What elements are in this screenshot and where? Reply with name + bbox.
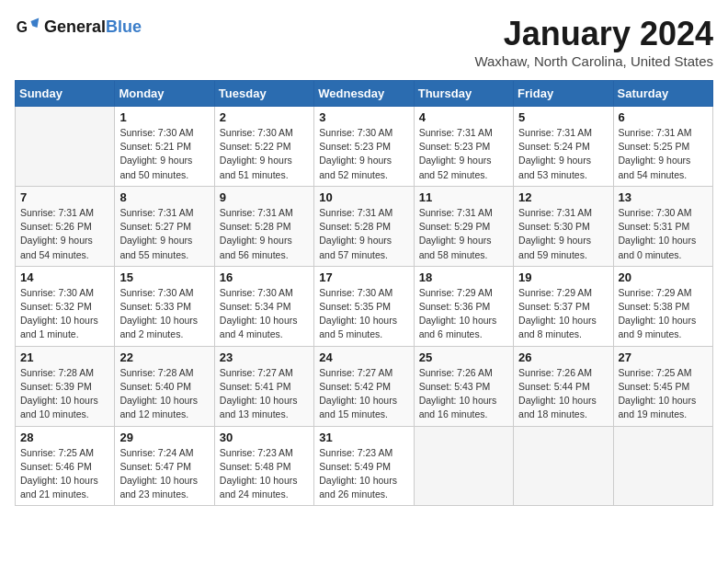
day-number: 8 xyxy=(119,190,209,204)
weekday-saturday: Saturday xyxy=(613,81,712,107)
day-info: Sunrise: 7:30 AMSunset: 5:34 PMDaylight:… xyxy=(220,286,309,342)
calendar-body: 1Sunrise: 7:30 AMSunset: 5:21 PMDaylight… xyxy=(16,107,713,506)
day-cell: 10Sunrise: 7:31 AMSunset: 5:28 PMDayligh… xyxy=(314,186,414,266)
logo: G GeneralBlue xyxy=(15,15,142,40)
day-cell: 5Sunrise: 7:31 AMSunset: 5:24 PMDaylight… xyxy=(514,107,613,187)
day-cell: 13Sunrise: 7:30 AMSunset: 5:31 PMDayligh… xyxy=(613,186,712,266)
day-info: Sunrise: 7:30 AMSunset: 5:33 PMDaylight:… xyxy=(119,286,209,342)
day-number: 4 xyxy=(419,110,508,124)
day-info: Sunrise: 7:31 AMSunset: 5:25 PMDaylight:… xyxy=(619,126,708,182)
day-number: 11 xyxy=(419,190,508,204)
day-cell xyxy=(613,426,712,506)
day-number: 16 xyxy=(220,270,309,284)
day-info: Sunrise: 7:30 AMSunset: 5:35 PMDaylight:… xyxy=(319,286,408,342)
day-cell: 25Sunrise: 7:26 AMSunset: 5:43 PMDayligh… xyxy=(414,346,513,426)
day-number: 21 xyxy=(20,350,109,364)
day-info: Sunrise: 7:27 AMSunset: 5:41 PMDaylight:… xyxy=(220,366,309,422)
day-cell: 20Sunrise: 7:29 AMSunset: 5:38 PMDayligh… xyxy=(613,266,712,346)
day-number: 6 xyxy=(619,110,708,124)
day-cell: 30Sunrise: 7:23 AMSunset: 5:48 PMDayligh… xyxy=(214,426,313,506)
day-number: 10 xyxy=(319,190,408,204)
day-info: Sunrise: 7:23 AMSunset: 5:48 PMDaylight:… xyxy=(220,446,309,502)
day-info: Sunrise: 7:30 AMSunset: 5:31 PMDaylight:… xyxy=(619,206,708,262)
day-number: 14 xyxy=(20,270,109,284)
day-cell: 7Sunrise: 7:31 AMSunset: 5:26 PMDaylight… xyxy=(16,186,115,266)
day-info: Sunrise: 7:27 AMSunset: 5:42 PMDaylight:… xyxy=(319,366,408,422)
page-header: G GeneralBlue January 2024 Waxhaw, North… xyxy=(15,15,713,69)
day-cell: 15Sunrise: 7:30 AMSunset: 5:33 PMDayligh… xyxy=(115,266,214,346)
day-info: Sunrise: 7:28 AMSunset: 5:40 PMDaylight:… xyxy=(119,366,209,422)
day-cell: 2Sunrise: 7:30 AMSunset: 5:22 PMDaylight… xyxy=(214,107,313,187)
weekday-wednesday: Wednesday xyxy=(314,81,414,107)
day-cell xyxy=(16,107,115,187)
weekday-sunday: Sunday xyxy=(16,81,115,107)
day-info: Sunrise: 7:31 AMSunset: 5:27 PMDaylight:… xyxy=(119,206,209,262)
day-info: Sunrise: 7:28 AMSunset: 5:39 PMDaylight:… xyxy=(20,366,109,422)
weekday-header-row: SundayMondayTuesdayWednesdayThursdayFrid… xyxy=(16,81,713,107)
day-info: Sunrise: 7:31 AMSunset: 5:30 PMDaylight:… xyxy=(518,206,608,262)
day-info: Sunrise: 7:26 AMSunset: 5:43 PMDaylight:… xyxy=(419,366,508,422)
weekday-friday: Friday xyxy=(514,81,613,107)
day-number: 19 xyxy=(518,270,608,284)
day-cell: 3Sunrise: 7:30 AMSunset: 5:23 PMDaylight… xyxy=(314,107,414,187)
day-info: Sunrise: 7:30 AMSunset: 5:21 PMDaylight:… xyxy=(119,126,209,182)
day-cell: 29Sunrise: 7:24 AMSunset: 5:47 PMDayligh… xyxy=(115,426,214,506)
day-cell xyxy=(514,426,613,506)
day-info: Sunrise: 7:30 AMSunset: 5:23 PMDaylight:… xyxy=(319,126,408,182)
day-cell: 9Sunrise: 7:31 AMSunset: 5:28 PMDaylight… xyxy=(214,186,313,266)
day-info: Sunrise: 7:31 AMSunset: 5:26 PMDaylight:… xyxy=(20,206,109,262)
day-info: Sunrise: 7:31 AMSunset: 5:23 PMDaylight:… xyxy=(419,126,508,182)
weekday-thursday: Thursday xyxy=(414,81,513,107)
title-block: January 2024 Waxhaw, North Carolina, Uni… xyxy=(474,15,713,69)
day-number: 22 xyxy=(119,350,209,364)
day-cell: 23Sunrise: 7:27 AMSunset: 5:41 PMDayligh… xyxy=(214,346,313,426)
day-number: 26 xyxy=(518,350,608,364)
day-cell: 19Sunrise: 7:29 AMSunset: 5:37 PMDayligh… xyxy=(514,266,613,346)
day-info: Sunrise: 7:29 AMSunset: 5:38 PMDaylight:… xyxy=(619,286,708,342)
day-number: 28 xyxy=(20,431,109,444)
week-row-5: 28Sunrise: 7:25 AMSunset: 5:46 PMDayligh… xyxy=(16,426,713,506)
day-info: Sunrise: 7:30 AMSunset: 5:32 PMDaylight:… xyxy=(20,286,109,342)
day-info: Sunrise: 7:29 AMSunset: 5:36 PMDaylight:… xyxy=(419,286,508,342)
day-info: Sunrise: 7:25 AMSunset: 5:45 PMDaylight:… xyxy=(619,366,708,422)
day-cell: 6Sunrise: 7:31 AMSunset: 5:25 PMDaylight… xyxy=(613,107,712,187)
day-info: Sunrise: 7:31 AMSunset: 5:28 PMDaylight:… xyxy=(319,206,408,262)
week-row-3: 14Sunrise: 7:30 AMSunset: 5:32 PMDayligh… xyxy=(16,266,713,346)
week-row-2: 7Sunrise: 7:31 AMSunset: 5:26 PMDaylight… xyxy=(16,186,713,266)
location: Waxhaw, North Carolina, United States xyxy=(474,53,713,69)
day-cell: 31Sunrise: 7:23 AMSunset: 5:49 PMDayligh… xyxy=(314,426,414,506)
day-cell: 22Sunrise: 7:28 AMSunset: 5:40 PMDayligh… xyxy=(115,346,214,426)
day-number: 3 xyxy=(319,110,408,124)
day-cell: 26Sunrise: 7:26 AMSunset: 5:44 PMDayligh… xyxy=(514,346,613,426)
weekday-tuesday: Tuesday xyxy=(214,81,313,107)
logo-icon: G xyxy=(15,15,40,40)
day-cell: 16Sunrise: 7:30 AMSunset: 5:34 PMDayligh… xyxy=(214,266,313,346)
day-info: Sunrise: 7:31 AMSunset: 5:24 PMDaylight:… xyxy=(518,126,608,182)
day-cell: 17Sunrise: 7:30 AMSunset: 5:35 PMDayligh… xyxy=(314,266,414,346)
day-number: 24 xyxy=(319,350,408,364)
day-info: Sunrise: 7:24 AMSunset: 5:47 PMDaylight:… xyxy=(119,446,209,502)
day-number: 18 xyxy=(419,270,508,284)
day-number: 2 xyxy=(220,110,309,124)
day-info: Sunrise: 7:31 AMSunset: 5:28 PMDaylight:… xyxy=(220,206,309,262)
day-info: Sunrise: 7:29 AMSunset: 5:37 PMDaylight:… xyxy=(518,286,608,342)
day-number: 12 xyxy=(518,190,608,204)
day-info: Sunrise: 7:23 AMSunset: 5:49 PMDaylight:… xyxy=(319,446,408,502)
day-cell: 14Sunrise: 7:30 AMSunset: 5:32 PMDayligh… xyxy=(16,266,115,346)
day-number: 29 xyxy=(119,431,209,444)
day-number: 25 xyxy=(419,350,508,364)
day-number: 1 xyxy=(119,110,209,124)
day-cell: 12Sunrise: 7:31 AMSunset: 5:30 PMDayligh… xyxy=(514,186,613,266)
day-number: 30 xyxy=(220,431,309,444)
day-number: 7 xyxy=(20,190,109,204)
day-cell: 28Sunrise: 7:25 AMSunset: 5:46 PMDayligh… xyxy=(16,426,115,506)
day-number: 17 xyxy=(319,270,408,284)
day-number: 13 xyxy=(619,190,708,204)
logo-text: GeneralBlue xyxy=(44,17,142,38)
day-info: Sunrise: 7:25 AMSunset: 5:46 PMDaylight:… xyxy=(20,446,109,502)
day-cell: 18Sunrise: 7:29 AMSunset: 5:36 PMDayligh… xyxy=(414,266,513,346)
weekday-monday: Monday xyxy=(115,81,214,107)
calendar-table: SundayMondayTuesdayWednesdayThursdayFrid… xyxy=(15,80,713,506)
day-cell: 8Sunrise: 7:31 AMSunset: 5:27 PMDaylight… xyxy=(115,186,214,266)
week-row-1: 1Sunrise: 7:30 AMSunset: 5:21 PMDaylight… xyxy=(16,107,713,187)
